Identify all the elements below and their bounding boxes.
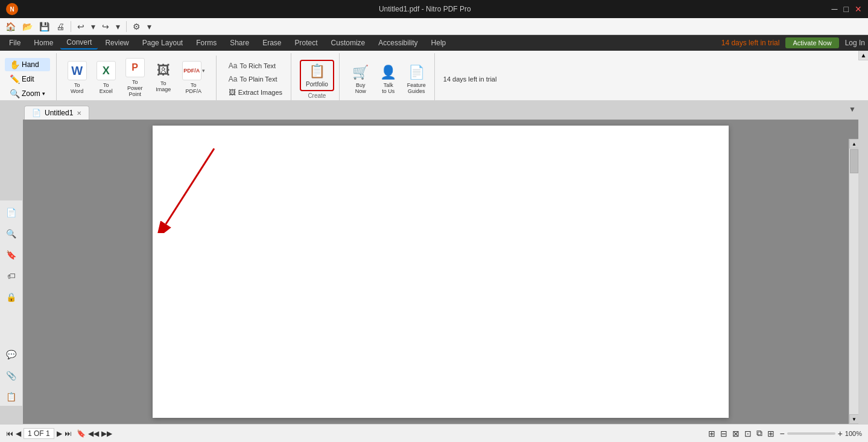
redo-icon[interactable]: ↪ <box>100 21 112 33</box>
tab-close-button[interactable]: ✕ <box>77 110 81 117</box>
sidebar-search-button[interactable]: 🔍 <box>2 225 21 243</box>
scroll-up-button[interactable]: ▲ <box>849 139 858 149</box>
extract-images-button[interactable]: 🖼 Extract Images <box>225 86 286 98</box>
customize-icon[interactable]: ⚙ <box>130 21 143 33</box>
menu-erase[interactable]: Erase <box>256 37 287 49</box>
menu-customize[interactable]: Customize <box>325 37 372 49</box>
scroll-track[interactable] <box>849 149 858 414</box>
to-plain-text-button[interactable]: Aa To Plain Text <box>225 73 286 85</box>
edit-tool-button[interactable]: ✏️ Edit <box>5 72 50 86</box>
talk-to-us-button[interactable]: 👤 Talkto Us <box>376 62 401 97</box>
app-logo: N <box>6 3 18 15</box>
zoom-slider[interactable] <box>787 432 835 435</box>
to-rich-text-label: To Rich Text <box>239 62 276 69</box>
to-pdfa-button[interactable]: PDF/A ▾ ToPDF/A <box>179 59 209 97</box>
nav-extra1-button[interactable]: ◀◀ <box>88 429 99 438</box>
menu-home[interactable]: Home <box>28 37 59 49</box>
edit-icon: ✏️ <box>10 74 20 84</box>
buy-now-label: BuyNow <box>355 82 366 94</box>
main-area: 📄 Untitled1 ✕ ▼ 📄 🔍 🔖 🏷 🔒 💬 📎 📋 ▲ ▼ <box>0 100 868 424</box>
sidebar-forms-button[interactable]: 📋 <box>2 388 21 406</box>
window-controls[interactable]: ─ □ ✕ <box>832 4 862 14</box>
quick-tools-bar: 🏠 📂 💾 🖨 ↩ ▾ ↪ ▾ ⚙ ▾ <box>0 18 868 35</box>
redo-dropdown-icon[interactable]: ▾ <box>113 21 122 33</box>
view-mode-icon6[interactable]: ⊞ <box>767 429 775 438</box>
feature-guides-label: FeatureGuides <box>407 82 426 94</box>
tab-untitled1[interactable]: 📄 Untitled1 ✕ <box>24 106 89 120</box>
view-tools-group: ✋ Hand ✏️ Edit 🔍 Zoom ▾ <box>5 53 57 105</box>
menu-convert[interactable]: Convert <box>60 36 98 50</box>
menu-page-layout[interactable]: Page Layout <box>136 37 189 49</box>
minimize-button[interactable]: ─ <box>832 4 838 14</box>
zoom-out-button[interactable]: − <box>779 429 784 438</box>
menu-forms[interactable]: Forms <box>190 37 223 49</box>
excel-icon: X <box>97 61 116 80</box>
zoom-tool-button[interactable]: 🔍 Zoom ▾ <box>5 87 50 100</box>
view-mode-icon5[interactable]: ⧉ <box>756 428 762 438</box>
nav-first-button[interactable]: ⏮ <box>6 429 13 438</box>
sidebar-tags-button[interactable]: 🏷 <box>2 267 21 285</box>
to-image-button[interactable]: 🖼 ToImage <box>151 60 176 95</box>
nav-prev-button[interactable]: ◀ <box>16 429 21 438</box>
scroll-thumb[interactable] <box>850 149 858 173</box>
save-icon[interactable]: 💾 <box>37 21 52 33</box>
to-excel-button[interactable]: X ToExcel <box>93 59 119 97</box>
buy-now-button[interactable]: 🛒 BuyNow <box>348 62 373 97</box>
activate-button[interactable]: Activate Now <box>785 37 838 48</box>
sidebar-comments-button[interactable]: 💬 <box>2 345 21 364</box>
menu-share[interactable]: Share <box>224 37 255 49</box>
close-button[interactable]: ✕ <box>855 4 862 14</box>
zoom-icon: 🔍 <box>10 89 20 98</box>
trial-info-group: 14 days left in trial <box>439 53 502 105</box>
buy-now-icon: 🛒 <box>352 65 369 80</box>
pdf-icon: PDF/A <box>182 61 201 80</box>
page-indicator[interactable]: 1 OF 1 <box>24 428 54 439</box>
nav-extra2-button[interactable]: ▶▶ <box>101 429 112 438</box>
zoom-label: Zoom <box>22 89 40 98</box>
portfolio-icon: 📋 <box>309 63 325 79</box>
separator2 <box>126 21 127 32</box>
view-mode-icon2[interactable]: ⊟ <box>720 429 727 438</box>
nav-bookmark-button[interactable]: 🔖 <box>77 429 86 438</box>
to-word-button[interactable]: W ToWord <box>64 59 90 97</box>
zoom-in-button[interactable]: + <box>838 429 843 438</box>
undo-icon[interactable]: ↩ <box>75 21 87 33</box>
tab-dropdown-arrow[interactable]: ▼ <box>849 105 856 114</box>
home-icon[interactable]: 🏠 <box>3 21 18 33</box>
print-icon[interactable]: 🖨 <box>54 21 67 33</box>
nav-next-button[interactable]: ▶ <box>57 429 62 438</box>
menu-accessibility[interactable]: Accessibility <box>372 37 423 49</box>
to-powerpoint-button[interactable]: P ToPowerPoint <box>122 56 148 100</box>
feature-guides-icon: 📄 <box>408 65 425 80</box>
view-mode-icon4[interactable]: ⊡ <box>744 429 752 438</box>
zoom-dropdown-icon[interactable]: ▾ <box>42 91 45 97</box>
menu-help[interactable]: Help <box>425 37 452 49</box>
nitro-logo: N <box>6 3 18 15</box>
portfolio-button[interactable]: 📋 Portfolio <box>300 60 334 91</box>
menu-bar: File Home Convert Review Page Layout For… <box>0 35 868 51</box>
customize-dropdown-icon[interactable]: ▾ <box>145 21 154 33</box>
sidebar-bookmarks-button[interactable]: 🔖 <box>2 246 21 264</box>
feature-guides-button[interactable]: 📄 FeatureGuides <box>404 62 429 97</box>
open-icon[interactable]: 📂 <box>20 21 35 33</box>
nav-last-button[interactable]: ⏭ <box>65 429 72 438</box>
to-rich-text-button[interactable]: Aa To Rich Text <box>225 60 286 72</box>
view-mode-icon1[interactable]: ⊞ <box>708 429 715 438</box>
sidebar-pages-button[interactable]: 📄 <box>2 203 21 222</box>
menu-review[interactable]: Review <box>99 37 135 49</box>
trial-text: 14 days left in trial <box>721 39 780 47</box>
pdfa-dropdown-icon[interactable]: ▾ <box>202 68 205 74</box>
undo-dropdown-icon[interactable]: ▾ <box>89 21 98 33</box>
edit-label: Edit <box>22 75 34 83</box>
right-scrollbar[interactable]: ▲ ▼ <box>849 139 858 424</box>
view-mode-icon3[interactable]: ⊠ <box>732 429 740 438</box>
maximize-button[interactable]: □ <box>844 4 849 14</box>
login-button[interactable]: Log In <box>845 39 865 47</box>
sidebar-attachments-button[interactable]: 📎 <box>2 367 21 385</box>
sidebar-security-button[interactable]: 🔒 <box>2 288 21 306</box>
toolbar-collapse-arrow[interactable]: ▲ <box>858 51 868 60</box>
scroll-down-button[interactable]: ▼ <box>849 414 858 424</box>
hand-tool-button[interactable]: ✋ Hand <box>5 58 50 71</box>
menu-file[interactable]: File <box>3 37 27 49</box>
menu-protect[interactable]: Protect <box>289 37 324 49</box>
